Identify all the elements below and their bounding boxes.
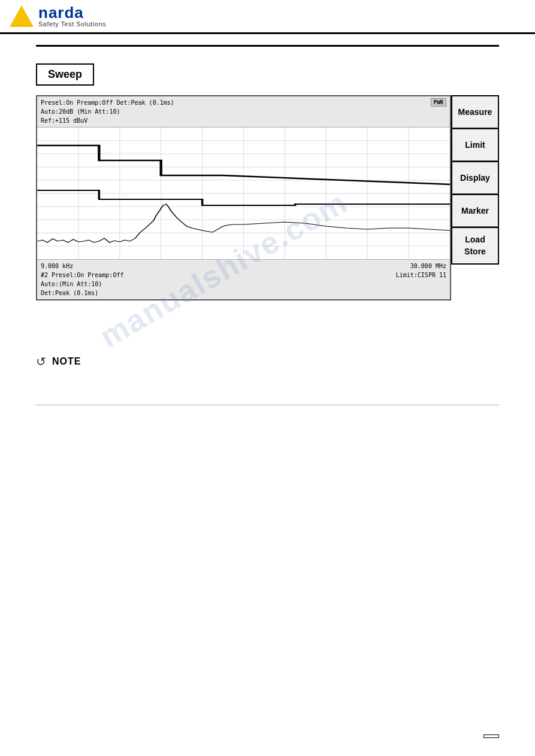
screen-bottom-left: 9.000 kHz #2 Presel:On Preamp:Off Auto:(… (41, 262, 123, 297)
graph-svg (37, 127, 450, 259)
side-buttons: Measure Limit Display Marker Load Store (451, 95, 499, 265)
display-button[interactable]: Display (451, 161, 499, 194)
top-separator (36, 45, 499, 47)
note-label: NOTE (52, 356, 81, 367)
sweep-button[interactable]: Sweep (36, 63, 94, 86)
screen-info-right: PWR (431, 98, 446, 107)
note-icon: ↺ (36, 354, 46, 369)
limit-button[interactable]: Limit (451, 128, 499, 161)
screen-info-line1: Presel:On Preamp:Off Det:Peak (0.1ms) (41, 98, 174, 107)
screen-info-left: Presel:On Preamp:Off Det:Peak (0.1ms) Au… (41, 98, 174, 125)
bottom-auto: Auto:(Min Att:10) (41, 280, 123, 289)
header: narda Safety Test Solutions (0, 0, 535, 34)
measure-button[interactable]: Measure (451, 95, 499, 128)
load-store-button[interactable]: Load Store (451, 227, 499, 265)
bottom-limit: Limit:CISPR 11 (396, 271, 446, 280)
screen: Presel:On Preamp:Off Det:Peak (0.1ms) Au… (36, 95, 451, 300)
main-content: Sweep Presel:On Preamp:Off Det:Peak (0.1… (0, 57, 535, 306)
screen-bottom-right: 30.000 MHz Limit:CISPR 11 (396, 262, 446, 297)
bottom-preset: #2 Presel:On Preamp:Off (41, 271, 123, 280)
screen-info-line3: Ref:+115 dBuV (41, 116, 174, 125)
note-section: ↺ NOTE (0, 354, 535, 369)
bottom-freq-end: 30.000 MHz (396, 262, 446, 271)
footer-line (36, 405, 499, 405)
screen-bottom-bar: 9.000 kHz #2 Presel:On Preamp:Off Auto:(… (37, 259, 450, 299)
screen-container: Presel:On Preamp:Off Det:Peak (0.1ms) Au… (36, 95, 499, 300)
screen-info-line2: Auto:20dB (Min Att:10) (41, 107, 174, 116)
logo-subtitle: Safety Test Solutions (38, 20, 106, 28)
logo-triangle-icon (10, 5, 34, 27)
logo-text: narda Safety Test Solutions (38, 5, 106, 28)
footer-page (483, 734, 499, 738)
screen-info-bar: Presel:On Preamp:Off Det:Peak (0.1ms) Au… (37, 96, 450, 127)
pwr-badge: PWR (431, 98, 446, 107)
bottom-det: Det:Peak (0.1ms) (41, 289, 123, 297)
graph-area (37, 127, 450, 259)
bottom-freq-start: 9.000 kHz (41, 262, 123, 271)
marker-button[interactable]: Marker (451, 194, 499, 227)
logo-narda: narda (38, 5, 106, 20)
